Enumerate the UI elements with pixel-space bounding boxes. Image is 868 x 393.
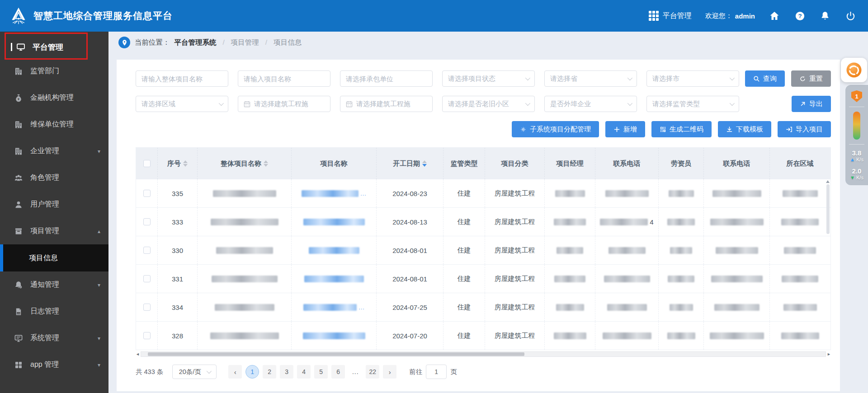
filter-input-1-2[interactable]: [340, 70, 433, 87]
sidebar-item-1[interactable]: 监管部门: [0, 58, 108, 84]
page-number-5[interactable]: 5: [314, 365, 328, 379]
breadcrumb-root[interactable]: 平台管理系统: [175, 38, 217, 47]
filter-select-1-5[interactable]: 请选择市: [646, 70, 739, 87]
row-checkbox[interactable]: [136, 208, 158, 236]
cell-project-name-link[interactable]: [292, 265, 377, 293]
column-header-2[interactable]: 整体项目名称: [198, 148, 292, 179]
export-button[interactable]: 导出: [792, 96, 831, 112]
page-number-3[interactable]: 3: [280, 365, 293, 379]
checkbox[interactable]: [143, 332, 151, 339]
row-checkbox[interactable]: [136, 322, 158, 350]
power-icon[interactable]: [844, 10, 856, 22]
cell-phone-2: [704, 236, 770, 264]
filter-select-2-5[interactable]: 请选择监管类型: [646, 96, 739, 112]
shield-badge[interactable]: 1: [851, 90, 862, 102]
sidebar-item-2[interactable]: ¥金融机构管理: [0, 84, 108, 111]
cell-phone-2: [704, 322, 770, 350]
download-arrow-icon: ▼: [850, 175, 855, 180]
sort-icons[interactable]: [264, 160, 268, 167]
platform-nav[interactable]: 平台管理: [649, 11, 692, 21]
row-checkbox[interactable]: [136, 265, 158, 293]
action-button-2[interactable]: 生成二维码: [651, 121, 712, 137]
cell-overall-project-name: [198, 322, 292, 350]
column-header-4[interactable]: 开工日期: [377, 148, 443, 179]
row-checkbox[interactable]: [136, 236, 158, 264]
checkbox[interactable]: [143, 247, 151, 254]
page-size-select[interactable]: 20条/页: [172, 365, 217, 379]
checkbox[interactable]: [143, 190, 151, 197]
scrollbar-thumb[interactable]: [148, 352, 524, 356]
row-checkbox[interactable]: [136, 179, 158, 207]
action-button-1[interactable]: 新增: [605, 121, 645, 137]
action-button-0[interactable]: 子系统项目分配管理: [512, 121, 599, 137]
action-button-4[interactable]: 导入项目: [778, 121, 831, 137]
checkbox[interactable]: [143, 218, 151, 225]
checkbox[interactable]: [143, 275, 151, 282]
filter-input-1-1[interactable]: [238, 70, 330, 87]
scroll-left-icon[interactable]: ◄: [136, 352, 140, 356]
page-ellipsis[interactable]: ...: [349, 365, 362, 379]
cell-project-name-link[interactable]: [292, 322, 377, 350]
sidebar-item-12[interactable]: app 管理▾: [0, 351, 108, 378]
page-number-22[interactable]: 22: [366, 365, 379, 379]
help-icon[interactable]: ?: [794, 10, 806, 22]
page-number-6[interactable]: 6: [331, 365, 345, 379]
sidebar-item-10[interactable]: LOG日志管理: [0, 298, 108, 325]
sidebar-item-9[interactable]: 通知管理▾: [0, 271, 108, 298]
breadcrumb-item[interactable]: 项目管理: [231, 38, 259, 47]
sort-icons[interactable]: [422, 160, 427, 167]
breadcrumb-item[interactable]: 项目信息: [274, 38, 302, 47]
bell-icon[interactable]: [819, 10, 831, 22]
row-checkbox[interactable]: [136, 293, 158, 321]
sidebar-item-6[interactable]: 用户管理: [0, 191, 108, 218]
sidebar-item-4[interactable]: 企业管理▾: [0, 138, 108, 164]
next-page-button[interactable]: ›: [383, 365, 396, 379]
filter-select-1-3[interactable]: 请选择项目状态: [442, 70, 535, 87]
cell-project-manager: [545, 208, 595, 236]
vertical-scrollbar[interactable]: [826, 180, 830, 347]
search-button[interactable]: 查询: [745, 70, 785, 87]
column-header-11: 所在区域: [770, 148, 830, 179]
horizontal-scrollbar[interactable]: ◄ ►: [136, 351, 831, 357]
sidebar-item-label: 系统管理: [30, 333, 59, 343]
checkbox[interactable]: [143, 160, 151, 167]
sidebar-item-11[interactable]: 系统管理▾: [0, 325, 108, 351]
filter-select-1-4[interactable]: 请选择省: [544, 70, 637, 87]
cell-project-name-link[interactable]: [292, 208, 377, 236]
home-icon[interactable]: [769, 10, 780, 22]
page-number-2[interactable]: 2: [263, 365, 276, 379]
filter-select-2-4[interactable]: 是否外埠企业: [544, 96, 637, 112]
cell-project-name-link[interactable]: …: [292, 293, 377, 321]
cell-project-name-link[interactable]: …: [292, 179, 377, 207]
sidebar-item-5[interactable]: 角色管理: [0, 164, 108, 191]
temperature-gauge[interactable]: [853, 112, 860, 140]
page-number-4[interactable]: 4: [297, 365, 311, 379]
sidebar-item-0[interactable]: 平台管理: [0, 36, 108, 58]
page-number-1[interactable]: 1: [245, 365, 259, 379]
filter-input-1-0[interactable]: [136, 70, 228, 87]
chevron-down-icon: [525, 101, 530, 106]
action-button-3[interactable]: 下载模板: [718, 121, 771, 137]
sidebar-item-3[interactable]: 维保单位管理: [0, 111, 108, 138]
scroll-right-icon[interactable]: ►: [827, 352, 831, 356]
column-header-1[interactable]: 序号: [158, 148, 198, 179]
select-all-checkbox[interactable]: [136, 148, 158, 179]
filter-select-2-3[interactable]: 请选择是否老旧小区: [442, 96, 535, 112]
sidebar-subitem-project-info[interactable]: 项目信息: [0, 244, 108, 271]
sidebar-item-7[interactable]: 项目管理▴: [0, 218, 108, 244]
filter-datepicker-2-2[interactable]: 请选择建筑工程施: [340, 96, 433, 112]
security-widget[interactable]: 1 3.8 ▲ K/s 2.0 ▼ K/s: [845, 85, 868, 185]
table-row: 335…2024-08-23住建房屋建筑工程: [136, 179, 830, 208]
sort-icons[interactable]: [183, 160, 188, 167]
filter-datepicker-2-1[interactable]: 请选择建筑工程施: [238, 96, 330, 112]
cell-project-name-link[interactable]: [292, 236, 377, 264]
filter-select-2-0[interactable]: 请选择区域: [136, 96, 228, 112]
app-logo-icon: [8, 5, 29, 26]
prev-page-button[interactable]: ‹: [228, 365, 242, 379]
svg-text:?: ?: [798, 13, 802, 19]
checkbox[interactable]: [143, 304, 151, 311]
reset-button[interactable]: 重置: [791, 70, 831, 87]
browser-assistant-logo[interactable]: [841, 58, 867, 82]
goto-page-input[interactable]: [426, 365, 447, 379]
redacted-text: [211, 219, 278, 225]
